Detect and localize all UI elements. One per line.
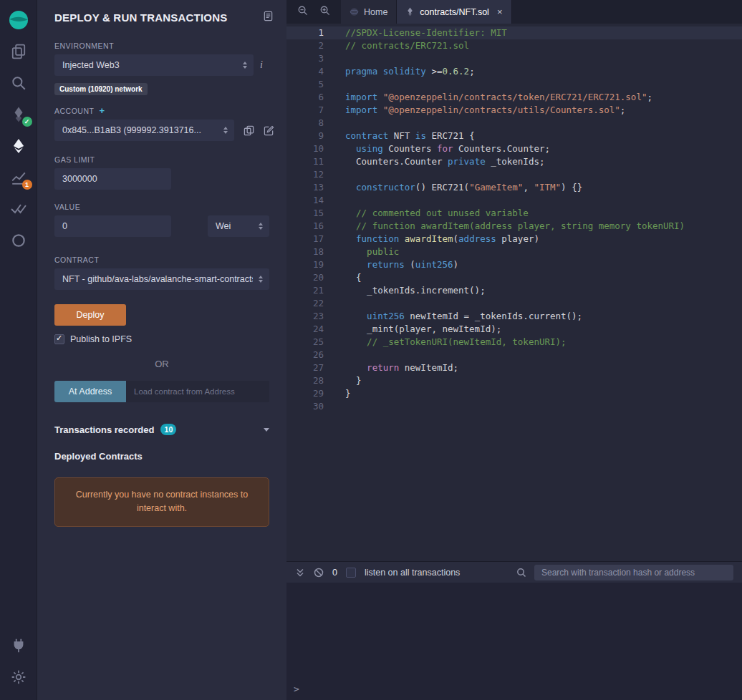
chevron-down-icon[interactable]: [264, 428, 269, 432]
code-line[interactable]: 9contract NFT is ERC721 {: [286, 130, 742, 142]
tab-nft-sol[interactable]: contracts/NFT.sol ×: [397, 0, 511, 24]
deploy-run-icon[interactable]: [0, 130, 37, 162]
line-number[interactable]: 16: [286, 220, 324, 233]
line-number[interactable]: 30: [286, 400, 324, 413]
sign-message-icon[interactable]: [264, 125, 274, 136]
code-line[interactable]: 3: [286, 52, 742, 65]
code-line[interactable]: 13 constructor() ERC721("GameItem", "ITM…: [286, 181, 742, 194]
settings-icon[interactable]: [0, 661, 37, 693]
line-number[interactable]: 26: [286, 349, 324, 361]
line-number[interactable]: 20: [286, 271, 324, 284]
code-line[interactable]: 30: [286, 400, 742, 413]
line-number[interactable]: 28: [286, 374, 324, 387]
line-number[interactable]: 10: [286, 142, 324, 155]
tab-home[interactable]: Home: [341, 0, 397, 24]
line-number[interactable]: 3: [286, 52, 324, 65]
code-line[interactable]: 7import "@openzeppelin/contracts/utils/C…: [286, 104, 742, 117]
code-line[interactable]: 20 {: [286, 271, 742, 284]
code-line[interactable]: 27 return newItemId;: [286, 361, 742, 374]
file-explorer-icon[interactable]: [0, 36, 37, 67]
code-line[interactable]: 25 // _setTokenURI(newItemId, tokenURI);: [286, 336, 742, 349]
line-number[interactable]: 24: [286, 323, 324, 336]
line-number[interactable]: 17: [286, 233, 324, 246]
line-number[interactable]: 12: [286, 168, 324, 181]
line-number[interactable]: 29: [286, 387, 324, 400]
line-number[interactable]: 11: [286, 155, 324, 168]
code-line[interactable]: 23 uint256 newItemId = _tokenIds.current…: [286, 310, 742, 323]
search-icon[interactable]: [0, 67, 37, 99]
line-number[interactable]: 8: [286, 117, 324, 130]
code-line[interactable]: 5: [286, 78, 742, 91]
code-editor[interactable]: 1//SPDX-License-Identifier: MIT2// contr…: [286, 24, 742, 561]
code-line[interactable]: 8: [286, 117, 742, 130]
code-line[interactable]: 22: [286, 297, 742, 310]
remix-logo[interactable]: [0, 4, 37, 36]
code-line[interactable]: 2// contracts/ERC721.sol: [286, 39, 742, 52]
line-number[interactable]: 23: [286, 310, 324, 323]
transactions-recorded-row[interactable]: Transactions recorded 10: [54, 424, 269, 435]
line-number[interactable]: 4: [286, 65, 324, 78]
code-line[interactable]: 15 // commented out unused variable: [286, 207, 742, 220]
at-address-button[interactable]: At Address: [54, 381, 126, 402]
line-number[interactable]: 22: [286, 297, 324, 310]
plugin-manager-icon[interactable]: [0, 630, 37, 661]
value-unit-select[interactable]: Wei: [208, 215, 269, 237]
at-address-input[interactable]: [126, 381, 269, 402]
terminal-output[interactable]: >: [286, 583, 742, 700]
publish-ipfs-checkbox[interactable]: [54, 334, 64, 344]
code-line[interactable]: 16 // function awardItem(address player,…: [286, 220, 742, 233]
code-line[interactable]: 4pragma solidity >=0.6.2;: [286, 65, 742, 78]
line-number[interactable]: 27: [286, 361, 324, 374]
line-number[interactable]: 1: [286, 26, 324, 39]
line-number[interactable]: 14: [286, 194, 324, 207]
value-input[interactable]: [54, 215, 171, 237]
code-line[interactable]: 12: [286, 168, 742, 181]
code-line[interactable]: 18 public: [286, 246, 742, 258]
code-line[interactable]: 21 _tokenIds.increment();: [286, 284, 742, 297]
static-analysis-icon[interactable]: 1: [0, 162, 37, 193]
contract-select[interactable]: NFT - github/ava-labs/avalanche-smart-co…: [54, 268, 269, 290]
info-icon[interactable]: i: [254, 59, 269, 71]
zoom-in-icon[interactable]: [319, 5, 330, 19]
code-line[interactable]: 28 }: [286, 374, 742, 387]
copy-account-icon[interactable]: [244, 125, 254, 136]
code-line[interactable]: 19 returns (uint256): [286, 258, 742, 271]
line-number[interactable]: 18: [286, 246, 324, 258]
environment-label: ENVIRONMENT: [54, 42, 269, 50]
zoom-out-icon[interactable]: [297, 5, 308, 19]
documentation-icon[interactable]: [263, 11, 274, 24]
deploy-button[interactable]: Deploy: [54, 304, 126, 326]
solidity-compiler-icon[interactable]: ✓: [0, 99, 37, 130]
code-line[interactable]: 17 function awardItem(address player): [286, 233, 742, 246]
line-number[interactable]: 21: [286, 284, 324, 297]
code-line[interactable]: 1//SPDX-License-Identifier: MIT: [286, 26, 742, 39]
code-line[interactable]: 24 _mint(player, newItemId);: [286, 323, 742, 336]
terminal-search-input[interactable]: [534, 565, 733, 580]
expand-terminal-icon[interactable]: [295, 568, 305, 578]
listen-all-transactions-checkbox[interactable]: [346, 568, 356, 578]
line-number[interactable]: 13: [286, 181, 324, 194]
code-line[interactable]: 26: [286, 349, 742, 361]
add-account-icon[interactable]: +: [99, 107, 105, 115]
line-number[interactable]: 2: [286, 39, 324, 52]
line-number[interactable]: 9: [286, 130, 324, 142]
code-line[interactable]: 6import "@openzeppelin/contracts/token/E…: [286, 91, 742, 104]
debugger-icon[interactable]: [0, 225, 37, 256]
clear-console-icon[interactable]: [314, 568, 324, 578]
line-number[interactable]: 15: [286, 207, 324, 220]
code-line[interactable]: 10 using Counters for Counters.Counter;: [286, 142, 742, 155]
gas-limit-input[interactable]: [54, 168, 171, 190]
environment-select[interactable]: Injected Web3: [54, 54, 254, 76]
close-tab-icon[interactable]: ×: [497, 6, 503, 17]
code-line[interactable]: 11 Counters.Counter private _tokenIds;: [286, 155, 742, 168]
line-number[interactable]: 25: [286, 336, 324, 349]
account-select[interactable]: 0x845...B1aB3 (999992.3913716...: [54, 120, 234, 141]
line-number[interactable]: 19: [286, 258, 324, 271]
code-line[interactable]: 14: [286, 194, 742, 207]
line-number[interactable]: 6: [286, 91, 324, 104]
line-number[interactable]: 5: [286, 78, 324, 91]
unit-testing-icon[interactable]: [0, 193, 37, 225]
code-text: // commented out unused variable: [324, 207, 529, 220]
line-number[interactable]: 7: [286, 104, 324, 117]
code-line[interactable]: 29}: [286, 387, 742, 400]
